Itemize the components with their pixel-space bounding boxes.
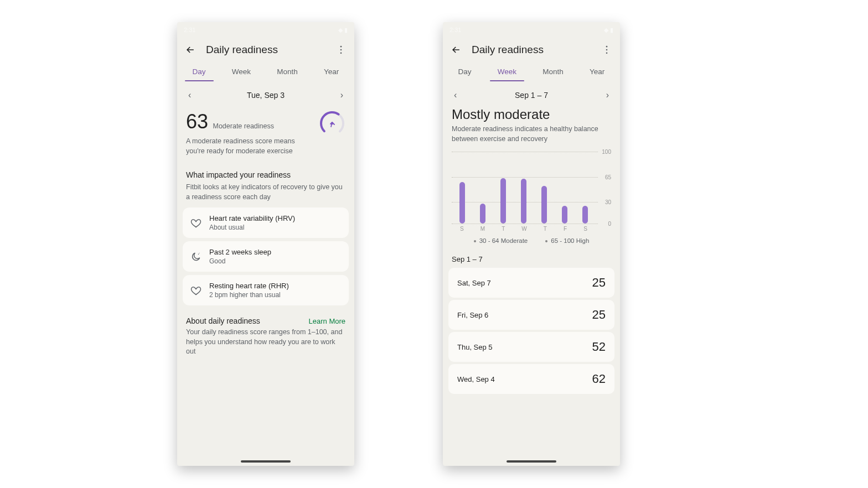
y-tick: 0 xyxy=(608,221,611,227)
factor-title: Past 2 weeks sleep xyxy=(209,248,271,256)
svg-point-0 xyxy=(340,46,342,48)
x-label: M xyxy=(480,226,485,232)
x-label: T xyxy=(502,226,505,232)
phone-day-view: 2:31 ◆ ▮ Daily readiness Day Week Month … xyxy=(177,22,354,466)
about-row: About daily readiness Learn More xyxy=(177,309,354,328)
y-tick: 30 xyxy=(605,199,611,205)
chart-bar[interactable] xyxy=(562,206,567,224)
tab-week[interactable]: Week xyxy=(224,62,259,81)
header: Daily readiness xyxy=(443,38,620,62)
factor-title: Heart rate variability (HRV) xyxy=(209,214,295,222)
statusbar-icons: ◆ ▮ xyxy=(604,27,613,34)
tab-month[interactable]: Month xyxy=(269,62,306,81)
back-icon[interactable] xyxy=(184,43,197,56)
legend-high: 65 - 100 High xyxy=(551,237,589,244)
more-icon[interactable] xyxy=(600,43,613,56)
readiness-label: Moderate readiness xyxy=(213,122,274,130)
day-label: Sat, Sep 7 xyxy=(457,279,491,287)
day-value: 25 xyxy=(592,308,606,322)
about-desc: Your daily readiness score ranges from 1… xyxy=(177,328,354,362)
impact-title: What impacted your readiness xyxy=(177,163,354,183)
statusbar-icons: ◆ ▮ xyxy=(338,27,348,34)
factor-rhr[interactable]: Resting heart rate (RHR) 2 bpm higher th… xyxy=(183,275,349,305)
day-list-item[interactable]: Sat, Sep 725 xyxy=(448,268,614,298)
statusbar-time: 2:31 xyxy=(184,27,195,33)
x-label: S xyxy=(583,226,587,232)
chart-bar[interactable] xyxy=(500,178,506,224)
readiness-score: 63 xyxy=(186,110,208,133)
score-section: 63 Moderate readiness A moderate readine… xyxy=(177,107,354,163)
more-icon[interactable] xyxy=(334,43,348,56)
factor-sub: 2 bpm higher than usual xyxy=(209,291,289,299)
current-range: Sep 1 – 7 xyxy=(515,91,548,100)
chart-bar[interactable] xyxy=(480,204,485,224)
readiness-week-chart: 03065100 SMTWTFS 30 - 64 Moderate 65 - 1… xyxy=(443,149,620,251)
next-week-icon[interactable]: › xyxy=(604,88,611,102)
svg-point-2 xyxy=(340,53,342,54)
tab-week[interactable]: Week xyxy=(490,62,524,81)
readiness-desc: A moderate readiness score means you're … xyxy=(186,137,297,156)
learn-more-link[interactable]: Learn More xyxy=(309,317,345,325)
home-indicator xyxy=(241,460,291,463)
chart-bar[interactable] xyxy=(521,179,526,224)
about-title: About daily readiness xyxy=(186,316,260,325)
home-indicator xyxy=(507,460,556,463)
tab-day[interactable]: Day xyxy=(451,62,479,81)
svg-point-6 xyxy=(606,46,608,48)
current-date: Tue, Sep 3 xyxy=(247,91,285,100)
list-range-title: Sep 1 – 7 xyxy=(443,251,620,268)
statusbar: 2:31 ◆ ▮ xyxy=(443,22,620,38)
day-list-item[interactable]: Thu, Sep 552 xyxy=(448,332,614,362)
factor-title: Resting heart rate (RHR) xyxy=(209,282,289,290)
factor-sub: Good xyxy=(209,257,271,265)
phone-week-view: 2:31 ◆ ▮ Daily readiness Day Week Month … xyxy=(443,22,620,466)
chart-legend: 30 - 64 Moderate 65 - 100 High xyxy=(452,232,611,247)
heart-icon xyxy=(190,217,202,229)
tab-year[interactable]: Year xyxy=(316,62,347,81)
page-title: Daily readiness xyxy=(472,44,591,56)
week-summary-title: Mostly moderate xyxy=(443,107,620,122)
statusbar: 2:31 ◆ ▮ xyxy=(177,22,354,38)
x-label: W xyxy=(521,226,526,232)
tabs: Day Week Month Year xyxy=(443,62,620,81)
chart-bar[interactable] xyxy=(541,186,547,224)
date-nav: ‹ Sep 1 – 7 › xyxy=(443,81,620,107)
prev-week-icon[interactable]: ‹ xyxy=(452,88,459,102)
heart-icon xyxy=(190,285,202,296)
chart-bar[interactable] xyxy=(459,182,465,224)
tab-year[interactable]: Year xyxy=(582,62,612,81)
x-label: T xyxy=(544,226,547,232)
y-tick: 65 xyxy=(605,174,611,180)
day-label: Fri, Sep 6 xyxy=(457,311,488,319)
header: Daily readiness xyxy=(177,38,354,62)
tabs: Day Week Month Year xyxy=(177,62,354,81)
day-value: 62 xyxy=(592,372,606,386)
readiness-ring-icon xyxy=(319,110,345,137)
chart-bar[interactable] xyxy=(582,206,588,224)
statusbar-time: 2:31 xyxy=(450,27,461,33)
tab-day[interactable]: Day xyxy=(185,62,214,81)
legend-moderate: 30 - 64 Moderate xyxy=(479,237,528,244)
x-label: S xyxy=(460,226,464,232)
prev-day-icon[interactable]: ‹ xyxy=(186,88,193,102)
date-nav: ‹ Tue, Sep 3 › xyxy=(177,81,354,107)
day-list-item[interactable]: Wed, Sep 462 xyxy=(448,364,614,394)
day-label: Wed, Sep 4 xyxy=(457,375,495,383)
day-value: 52 xyxy=(592,340,606,354)
factor-sub: About usual xyxy=(209,224,295,231)
page-title: Daily readiness xyxy=(206,44,326,56)
svg-point-7 xyxy=(606,49,608,51)
factor-hrv[interactable]: Heart rate variability (HRV) About usual xyxy=(183,207,349,238)
day-label: Thu, Sep 5 xyxy=(457,343,493,351)
tab-month[interactable]: Month xyxy=(535,62,571,81)
moon-icon xyxy=(190,251,202,262)
day-value: 25 xyxy=(592,276,606,290)
factor-sleep[interactable]: Past 2 weeks sleep Good xyxy=(183,241,349,272)
y-tick: 100 xyxy=(602,149,611,155)
svg-point-1 xyxy=(340,49,342,51)
week-summary-sub: Moderate readiness indicates a healthy b… xyxy=(443,122,620,149)
back-icon[interactable] xyxy=(450,43,463,56)
svg-point-8 xyxy=(606,53,608,54)
next-day-icon[interactable]: › xyxy=(338,88,345,102)
day-list-item[interactable]: Fri, Sep 625 xyxy=(448,300,614,330)
